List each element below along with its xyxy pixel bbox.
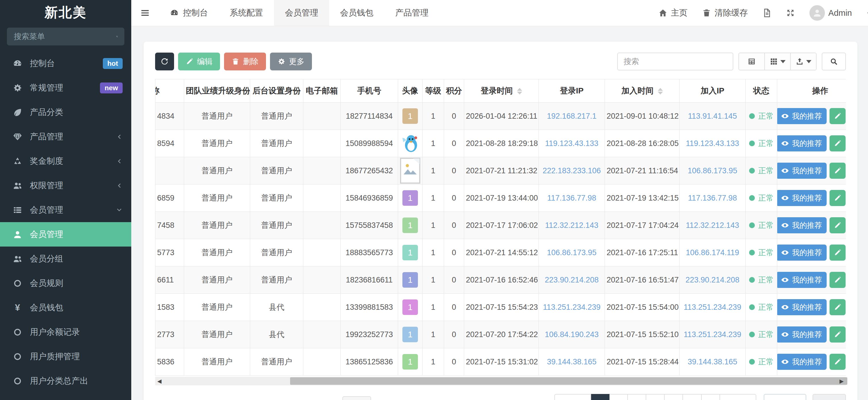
login-ip-link[interactable]: 117.136.77.98 xyxy=(547,194,596,202)
sidebar-subitem-用户分类总产出[interactable]: 用户分类总产出 xyxy=(0,369,131,393)
row-edit-button[interactable] xyxy=(830,163,846,179)
join-ip-link[interactable]: 117.136.77.98 xyxy=(688,194,737,202)
page-item-1[interactable]: 1 xyxy=(591,394,610,400)
toggle-pagination-button[interactable] xyxy=(739,53,764,70)
row-edit-button[interactable] xyxy=(830,108,846,124)
table-row[interactable]: 6611普通用户普通用户182368166111102021-07-16 16:… xyxy=(155,266,846,294)
table-row[interactable]: 2773普通用户县代199232527731102021-07-20 17:54… xyxy=(155,321,846,348)
table-row[interactable]: 5773普通用户普通用户188835657731102021-07-21 14:… xyxy=(155,239,846,266)
table-row[interactable]: 5836普通用户普通用户138651258361102021-07-15 15:… xyxy=(155,348,846,376)
sidebar-toggle-button[interactable] xyxy=(131,0,159,26)
export-dropdown-button[interactable] xyxy=(790,53,816,70)
sidebar-subitem-用户余额管理[interactable]: 用户余额管理 xyxy=(0,393,131,400)
tab-会员钱包[interactable]: 会员钱包 xyxy=(329,0,384,26)
avatar-image[interactable]: 1 xyxy=(402,218,418,233)
join-ip-link[interactable]: 113.251.234.239 xyxy=(684,330,741,339)
columns-dropdown-button[interactable] xyxy=(764,53,790,70)
jump-button[interactable]: 跳转 xyxy=(812,394,846,400)
row-edit-button[interactable] xyxy=(830,135,846,151)
sidebar-search-input[interactable] xyxy=(13,32,116,41)
table-row[interactable]: 7458普通用户普通用户157558374581102021-07-17 17:… xyxy=(155,212,846,239)
row-edit-button[interactable] xyxy=(830,272,846,288)
row-edit-button[interactable] xyxy=(830,354,846,370)
tab-控制台[interactable]: 控制台 xyxy=(159,0,219,26)
login-ip-link[interactable]: 223.90.214.208 xyxy=(545,276,599,284)
my-recommend-button[interactable]: 我的推荐 xyxy=(777,190,827,206)
sidebar-item-产品分类[interactable]: 产品分类 xyxy=(0,100,131,124)
avatar-image[interactable]: 1 xyxy=(402,245,418,260)
scrollbar-thumb[interactable] xyxy=(290,377,847,385)
join-ip-link[interactable]: 119.123.43.133 xyxy=(686,139,739,148)
avatar-image[interactable]: 1 xyxy=(402,354,418,370)
login-ip-link[interactable]: 106.84.190.243 xyxy=(545,330,599,339)
sidebar-item-控制台[interactable]: 控制台hot xyxy=(0,51,131,75)
advanced-search-button[interactable] xyxy=(822,53,846,70)
sidebar-subitem-会员规则[interactable]: 会员规则 xyxy=(0,271,131,296)
table-row[interactable]: 6859普通用户普通用户158469368591102021-07-19 13:… xyxy=(155,184,846,212)
jump-page-input[interactable] xyxy=(764,394,806,400)
join-ip-link[interactable]: 223.90.214.208 xyxy=(686,276,740,284)
my-recommend-button[interactable]: 我的推荐 xyxy=(777,354,827,370)
horizontal-scrollbar[interactable]: ◀ ▶ xyxy=(155,377,846,386)
avatar-image[interactable]: 1 xyxy=(402,190,418,206)
refresh-button[interactable] xyxy=(155,53,174,70)
join-ip-link[interactable]: 112.32.212.143 xyxy=(686,221,739,229)
login-ip-link[interactable]: 106.86.173.95 xyxy=(547,248,596,257)
avatar-image[interactable]: 1 xyxy=(402,300,418,315)
my-recommend-button[interactable]: 我的推荐 xyxy=(777,108,827,124)
page-item-2[interactable]: 2 xyxy=(610,394,628,400)
login-ip-link[interactable]: 119.123.43.133 xyxy=(545,139,598,148)
sidebar-item-常规管理[interactable]: 常规管理new xyxy=(0,75,131,100)
table-row[interactable]: 8594普通用户普通用户15089988594102021-08-28 18:2… xyxy=(155,130,846,157)
tab-产品管理[interactable]: 产品管理 xyxy=(384,0,439,26)
penguin-avatar-image[interactable] xyxy=(400,130,421,157)
sidebar-item-会员管理[interactable]: 会员管理 xyxy=(0,198,131,222)
page-item-下一页[interactable]: 下一页 xyxy=(720,394,756,400)
sidebar-subitem-用户质押管理[interactable]: 用户质押管理 xyxy=(0,344,131,369)
page-item-4[interactable]: 4 xyxy=(646,394,664,400)
login-ip-link[interactable]: 112.32.212.143 xyxy=(545,221,598,229)
clear-cache-button[interactable]: 清除缓存 xyxy=(702,7,748,19)
table-row[interactable]: 4834普通用户普通用户182771148341102026-01-04 12:… xyxy=(155,102,846,130)
sidebar-subitem-用户余额记录[interactable]: 用户余额记录 xyxy=(0,320,131,344)
avatar-image[interactable]: 1 xyxy=(402,327,418,342)
login-ip-link[interactable]: 222.183.233.106 xyxy=(542,166,601,175)
my-recommend-button[interactable]: 我的推荐 xyxy=(777,245,827,260)
tab-会员管理[interactable]: 会员管理 xyxy=(274,0,329,26)
row-edit-button[interactable] xyxy=(830,217,846,233)
home-button[interactable]: 主页 xyxy=(658,7,688,19)
tab-系统配置[interactable]: 系统配置 xyxy=(219,0,274,26)
column-header-加入时间[interactable]: 加入时间 xyxy=(605,79,680,102)
login-ip-link[interactable]: 113.251.234.239 xyxy=(543,303,600,311)
join-ip-link[interactable]: 113.91.41.145 xyxy=(688,112,737,120)
row-edit-button[interactable] xyxy=(830,299,846,315)
sidebar-item-奖金制度[interactable]: 奖金制度 xyxy=(0,149,131,173)
user-menu[interactable]: Admin xyxy=(809,5,852,21)
sidebar-item-权限管理[interactable]: 权限管理 xyxy=(0,173,131,198)
page-size-button[interactable]: 10 xyxy=(342,396,371,400)
avatar-image[interactable]: 1 xyxy=(402,108,418,124)
row-edit-button[interactable] xyxy=(830,190,846,206)
my-recommend-button[interactable]: 我的推荐 xyxy=(777,327,827,342)
my-recommend-button[interactable]: 我的推荐 xyxy=(777,163,827,179)
login-ip-link[interactable]: 39.144.38.165 xyxy=(547,358,596,366)
join-ip-link[interactable]: 39.144.38.165 xyxy=(688,358,737,366)
row-edit-button[interactable] xyxy=(830,327,846,342)
table-row[interactable]: 普通用户普通用户18677265432102021-07-21 11:21:32… xyxy=(155,157,846,184)
my-recommend-button[interactable]: 我的推荐 xyxy=(777,217,827,233)
page-item-9[interactable]: 9 xyxy=(702,394,720,400)
scroll-right-arrow[interactable]: ▶ xyxy=(837,377,846,386)
join-ip-link[interactable]: 106.86.174.119 xyxy=(686,248,739,257)
log-button[interactable] xyxy=(762,8,772,18)
more-button[interactable]: 更多 xyxy=(270,53,312,70)
my-recommend-button[interactable]: 我的推荐 xyxy=(777,299,827,315)
table-row[interactable]: 1583普通用户县代133998815831102021-07-15 15:54… xyxy=(155,294,846,321)
fullscreen-button[interactable] xyxy=(786,8,795,18)
sidebar-item-产品管理[interactable]: 产品管理 xyxy=(0,124,131,149)
settings-button[interactable] xyxy=(866,8,868,18)
page-item-3[interactable]: 3 xyxy=(628,394,646,400)
column-header-登录时间[interactable]: 登录时间 xyxy=(464,79,539,102)
page-item-5[interactable]: 5 xyxy=(664,394,683,400)
page-item-上一页[interactable]: 上一页 xyxy=(554,394,591,400)
my-recommend-button[interactable]: 我的推荐 xyxy=(777,272,827,288)
